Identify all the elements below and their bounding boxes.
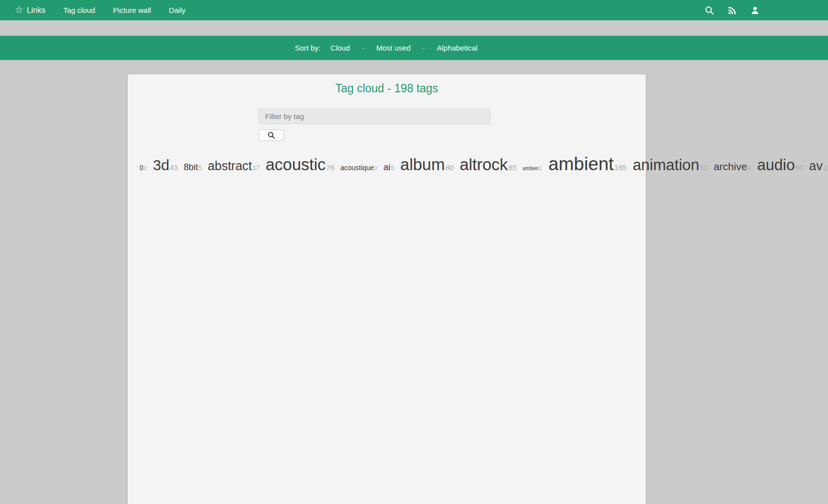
filter-search-button[interactable] (259, 129, 284, 141)
filter-block (259, 109, 490, 141)
brand-links[interactable]: ☆ Links (7, 0, 54, 20)
search-icon[interactable] (698, 0, 721, 20)
tag-count: 2 (144, 165, 147, 171)
tag-link[interactable]: acoustic76 (266, 155, 335, 174)
sort-separator: · (422, 44, 425, 52)
gap-strip-top (0, 20, 828, 36)
tag-label: animation (632, 156, 699, 174)
tag-count: 2 (374, 165, 377, 171)
tag-count: 43 (170, 164, 178, 172)
user-icon[interactable] (744, 0, 766, 20)
tag-link[interactable]: animation52 (632, 156, 707, 174)
tag-count: 23 (823, 164, 828, 172)
tag-cloud: 023d438bit5abstract17acoustic76acoustiqu… (137, 149, 637, 176)
tag-label: altrock (460, 155, 508, 174)
tag-link[interactable]: av23 (809, 158, 828, 173)
tag-count: 80 (445, 163, 454, 172)
tag-count: 52 (700, 164, 708, 172)
tag-label: audio (757, 156, 795, 174)
tag-label: ai (384, 162, 391, 172)
tag-label: 8bit (184, 162, 198, 172)
rss-icon[interactable] (721, 0, 744, 20)
brand-label: Links (27, 6, 45, 15)
tag-link[interactable]: abstract17 (208, 159, 260, 173)
tag-link[interactable]: album80 (400, 155, 454, 174)
sort-option-alphabetical[interactable]: Alphabetical (436, 44, 479, 52)
tag-count: 17 (253, 164, 260, 172)
nav-item-picture-wall[interactable]: Picture wall (104, 0, 160, 20)
tag-count: 85 (508, 163, 517, 172)
tag-count: 5 (199, 165, 202, 172)
sort-by-label: Sort by: (295, 44, 321, 52)
tag-label: archive (713, 161, 747, 172)
tag-link[interactable]: audio60 (757, 156, 803, 174)
tag-label: 3d (153, 157, 169, 173)
sort-bar: Sort by: Cloud · Most used · Alphabetica… (0, 36, 828, 60)
tag-cloud-card: Tag cloud - 198 tags 023d438bit5abstract… (128, 74, 646, 504)
tag-link[interactable]: archive8 (713, 161, 751, 172)
star-icon: ☆ (15, 5, 23, 14)
filter-by-tag-input[interactable] (259, 109, 490, 124)
tag-link[interactable]: ai5 (384, 162, 395, 172)
tag-label: acoustic (266, 155, 326, 174)
tag-count: 185 (614, 163, 626, 172)
tag-count: 5 (391, 165, 395, 172)
tag-link[interactable]: 02 (139, 164, 147, 172)
tag-link[interactable]: 8bit5 (184, 162, 202, 172)
tag-label: album (400, 155, 445, 174)
tag-label: ambient (549, 154, 614, 174)
sort-option-most-used[interactable]: Most used (375, 44, 412, 52)
tag-link[interactable]: ambient185 (549, 154, 627, 174)
tag-count: 1 (540, 165, 543, 171)
tag-label: ambien (523, 166, 539, 171)
nav-item-tag-cloud[interactable]: Tag cloud (54, 0, 104, 20)
page-title: Tag cloud - 198 tags (128, 74, 646, 95)
tag-label: av (809, 158, 823, 173)
tag-link[interactable]: ambien1 (523, 166, 543, 171)
tag-link[interactable]: acoustique2 (341, 164, 378, 172)
tag-link[interactable]: 3d43 (153, 157, 178, 173)
sort-separator: · (362, 44, 364, 52)
tag-label: abstract (208, 159, 252, 173)
tag-label: acoustique (341, 164, 374, 172)
tag-count: 60 (795, 164, 803, 172)
tag-count: 76 (326, 163, 335, 172)
tag-label: 0 (139, 164, 143, 172)
nav-item-daily[interactable]: Daily (160, 0, 194, 20)
tag-count: 8 (748, 164, 751, 172)
tag-link[interactable]: altrock85 (460, 155, 517, 174)
sort-option-cloud[interactable]: Cloud (330, 44, 351, 52)
top-navbar: ☆ Links Tag cloud Picture wall Daily (0, 0, 828, 20)
